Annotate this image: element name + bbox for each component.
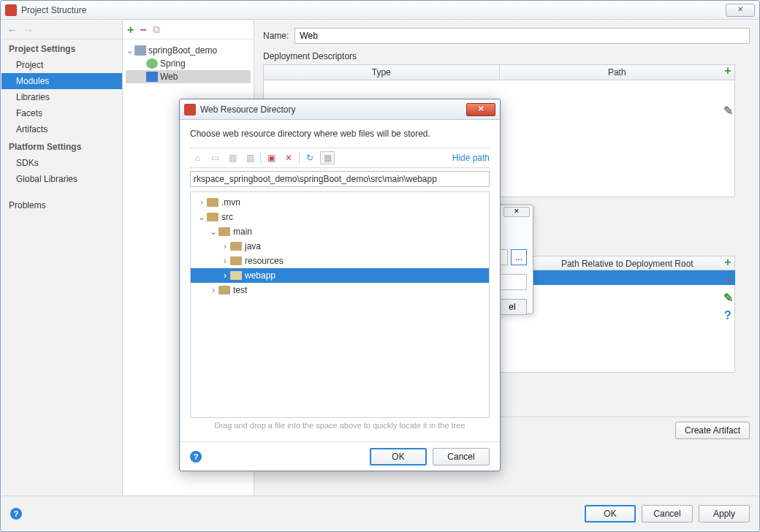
add-res-icon[interactable]: + <box>724 256 731 269</box>
delete-icon[interactable]: ✕ <box>281 151 296 164</box>
cancel-button[interactable]: Cancel <box>642 505 693 522</box>
show-hidden-icon[interactable]: ▦ <box>320 151 335 164</box>
dialog-help-icon[interactable]: ? <box>190 451 202 463</box>
apply-button[interactable]: Apply <box>699 505 750 522</box>
folder-icon <box>230 256 242 265</box>
app-icon <box>5 4 17 16</box>
remove-icon[interactable]: − <box>140 23 146 37</box>
th-path: Path <box>500 65 735 80</box>
nav-section-platform: Platform Settings <box>1 137 122 155</box>
folder-icon <box>207 213 218 221</box>
tree-web[interactable]: Web <box>126 70 251 83</box>
edit-dd-icon[interactable]: ✎ <box>723 104 733 118</box>
tree-src[interactable]: ⌄src <box>191 210 489 224</box>
tree-root[interactable]: ⌄springBoot_demo <box>126 44 251 57</box>
edit-res-icon[interactable]: ✎ <box>723 291 733 305</box>
module-toolbar: + − ⧉ <box>123 20 254 39</box>
popup-cancel-button[interactable]: el <box>498 299 527 315</box>
directory-tree[interactable]: ›.mvn ⌄src ⌄main ›java ›resources ›webap… <box>190 191 490 418</box>
tree-main[interactable]: ⌄main <box>191 224 489 239</box>
module-icon[interactable]: ▥ <box>243 151 257 164</box>
folder-icon <box>218 227 230 236</box>
hide-path-link[interactable]: Hide path <box>452 153 490 163</box>
project-icon[interactable]: ▥ <box>225 151 240 164</box>
name-label: Name: <box>263 31 289 41</box>
folder-icon <box>230 271 242 280</box>
left-nav: ← → Project Settings Project Modules Lib… <box>1 20 123 495</box>
dialog-toolbar: ⌂ ▭ ▥ ▥ ▣ ✕ ↻ ▦ Hide path <box>190 148 490 168</box>
dialog-title: Web Resource Directory <box>200 104 466 115</box>
copy-icon[interactable]: ⧉ <box>153 23 160 36</box>
path-input[interactable] <box>190 171 490 187</box>
web-resource-directory-dialog: Web Resource Directory ✕ Choose web reso… <box>179 99 501 471</box>
tree-java[interactable]: ›java <box>191 239 489 254</box>
window-title: Project Structure <box>21 5 726 15</box>
remove-res-icon[interactable]: − <box>724 273 731 286</box>
tree-webapp[interactable]: ›webapp <box>191 268 489 283</box>
nav-section-project: Project Settings <box>1 39 122 57</box>
th-relpath: Path Relative to Deployment Root <box>520 256 734 270</box>
dd-label: Deployment Descriptors <box>263 51 750 61</box>
dialog-footer: ? OK Cancel Apply <box>1 495 759 531</box>
desktop-icon[interactable]: ▭ <box>208 151 222 164</box>
titlebar: Project Structure ✕ <box>1 1 759 20</box>
popup-browse-button[interactable]: ... <box>511 249 527 265</box>
folder-icon <box>218 286 230 294</box>
close-button[interactable]: ✕ <box>726 4 755 17</box>
tree-test[interactable]: ›test <box>191 283 489 297</box>
dialog-close-button[interactable]: ✕ <box>466 103 495 116</box>
nav-global-libraries[interactable]: Global Libraries <box>1 171 122 187</box>
nav-toolbar: ← → <box>1 20 122 39</box>
nav-facets[interactable]: Facets <box>1 105 122 121</box>
spring-icon <box>146 58 158 69</box>
nav-sdks[interactable]: SDKs <box>1 155 122 171</box>
dialog-cancel-button[interactable]: Cancel <box>433 448 490 466</box>
module-icon <box>134 45 146 56</box>
module-tree: ⌄springBoot_demo Spring Web <box>123 39 254 88</box>
tree-spring[interactable]: Spring <box>126 57 251 70</box>
tree-mvn[interactable]: ›.mvn <box>191 195 489 210</box>
back-icon[interactable]: ← <box>7 24 18 36</box>
dialog-hint: Drag and drop a file into the space abov… <box>190 418 490 433</box>
nav-project[interactable]: Project <box>1 57 122 73</box>
nav-libraries[interactable]: Libraries <box>1 89 122 105</box>
ok-button[interactable]: OK <box>585 505 636 522</box>
add-icon[interactable]: + <box>127 23 134 37</box>
help-icon[interactable]: ? <box>10 508 22 520</box>
new-folder-icon[interactable]: ▣ <box>264 151 278 164</box>
add-dd-icon[interactable]: + <box>724 64 731 77</box>
folder-icon <box>207 198 218 207</box>
nav-artifacts[interactable]: Artifacts <box>1 121 122 137</box>
dialog-ok-button[interactable]: OK <box>370 448 427 466</box>
help-res-icon[interactable]: ? <box>724 309 732 322</box>
create-artifact-button[interactable]: Create Artifact <box>675 422 750 439</box>
tree-resources[interactable]: ›resources <box>191 254 489 268</box>
web-icon <box>146 72 158 82</box>
popup-close-icon[interactable]: ✕ <box>503 207 530 217</box>
forward-icon[interactable]: → <box>23 24 34 36</box>
th-type: Type <box>264 65 500 80</box>
dialog-icon <box>184 104 196 115</box>
nav-problems[interactable]: Problems <box>1 197 122 213</box>
dialog-titlebar: Web Resource Directory ✕ <box>180 99 500 120</box>
name-input[interactable] <box>294 28 750 44</box>
home-icon[interactable]: ⌂ <box>190 151 205 164</box>
folder-icon <box>230 242 242 251</box>
dd-table-header: Type Path <box>263 64 735 80</box>
nav-modules[interactable]: Modules <box>1 73 122 89</box>
dialog-message: Choose web resource directory where web … <box>190 129 490 139</box>
refresh-icon[interactable]: ↻ <box>303 151 317 164</box>
